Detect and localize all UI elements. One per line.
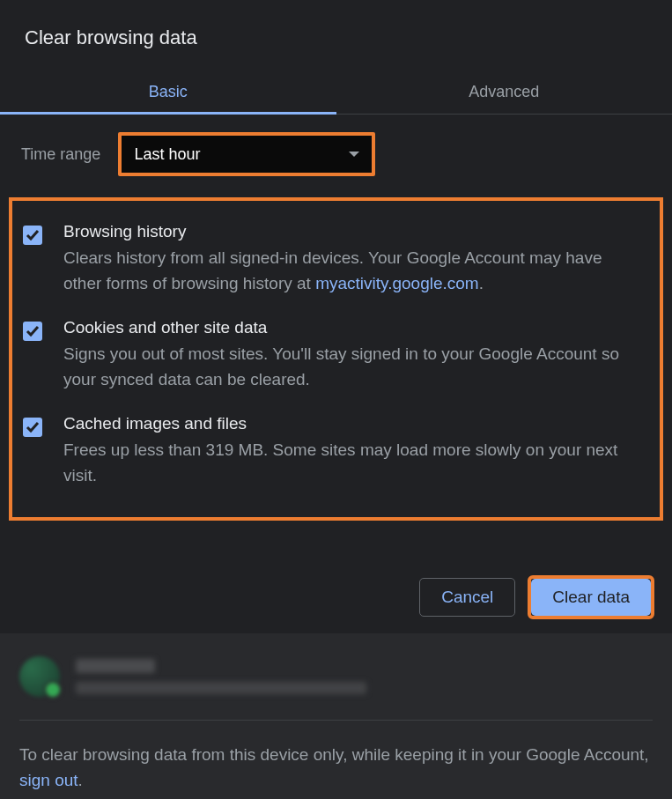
account-email-blurred — [76, 682, 366, 694]
option-title: Cookies and other site data — [63, 318, 640, 337]
checkmark-icon — [26, 228, 40, 242]
avatar — [19, 656, 60, 697]
button-row: Cancel Clear data — [0, 533, 672, 633]
tab-advanced[interactable]: Advanced — [336, 70, 673, 114]
time-range-label: Time range — [21, 145, 100, 164]
option-cookies: Cookies and other site data Signs you ou… — [19, 307, 653, 403]
clear-button-highlight: Clear data — [528, 575, 654, 619]
chevron-down-icon — [349, 152, 359, 157]
account-name-blurred — [76, 659, 155, 673]
desc-suffix: . — [479, 274, 484, 292]
sign-out-link[interactable]: sign out — [19, 771, 78, 789]
option-cache: Cached images and files Frees up less th… — [19, 403, 653, 499]
time-range-row: Time range Last hour — [0, 115, 672, 194]
time-range-highlight: Last hour — [118, 132, 375, 176]
cancel-button[interactable]: Cancel — [419, 578, 515, 617]
footer: To clear browsing data from this device … — [0, 633, 672, 799]
option-text: Browsing history Clears history from all… — [63, 222, 649, 297]
clear-data-button[interactable]: Clear data — [531, 579, 651, 616]
tab-basic[interactable]: Basic — [0, 70, 336, 114]
option-desc: Frees up less than 319 MB. Some sites ma… — [63, 437, 640, 489]
option-desc: Clears history from all signed-in device… — [63, 245, 640, 297]
checkmark-icon — [26, 420, 40, 434]
option-title: Cached images and files — [63, 414, 640, 433]
footer-note: To clear browsing data from this device … — [19, 742, 653, 794]
option-browsing-history: Browsing history Clears history from all… — [19, 211, 653, 307]
checkbox-browsing-history[interactable] — [23, 226, 42, 245]
account-text — [76, 659, 366, 694]
option-text: Cached images and files Frees up less th… — [63, 414, 649, 489]
option-desc: Signs you out of most sites. You'll stay… — [63, 341, 640, 393]
account-row — [19, 647, 653, 721]
dialog-title: Clear browsing data — [0, 0, 672, 70]
option-title: Browsing history — [63, 222, 640, 241]
time-range-value: Last hour — [134, 145, 200, 164]
time-range-dropdown[interactable]: Last hour — [122, 136, 372, 173]
footer-prefix: To clear browsing data from this device … — [19, 745, 649, 764]
myactivity-link[interactable]: myactivity.google.com — [315, 274, 479, 292]
footer-suffix: . — [78, 771, 83, 789]
checkbox-cache[interactable] — [23, 418, 42, 437]
checkbox-cookies[interactable] — [23, 322, 42, 341]
option-text: Cookies and other site data Signs you ou… — [63, 318, 649, 393]
checkmark-icon — [26, 324, 40, 338]
options-highlight: Browsing history Clears history from all… — [9, 197, 663, 521]
tabs: Basic Advanced — [0, 70, 672, 115]
